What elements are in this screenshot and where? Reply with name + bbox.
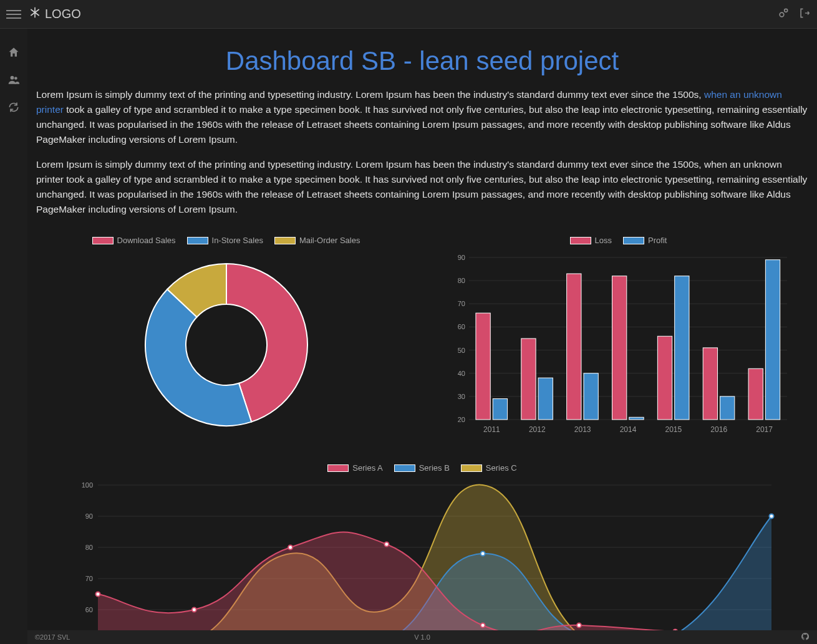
bar[interactable]	[720, 396, 734, 420]
legend-swatch	[187, 237, 208, 244]
x-axis-label: 2015	[665, 425, 682, 434]
svg-point-3	[14, 77, 17, 80]
legend-item[interactable]: Series A	[327, 463, 382, 473]
settings-icon[interactable]	[777, 7, 790, 22]
data-point[interactable]	[770, 514, 774, 519]
legend-label: Download Sales	[117, 236, 176, 245]
legend-swatch	[394, 464, 415, 472]
legend-label: Series A	[352, 463, 382, 473]
legend-item[interactable]: Profit	[623, 236, 667, 245]
y-axis-tick: 80	[457, 277, 465, 284]
bar[interactable]	[475, 313, 490, 420]
intro-text: took a galley of type and scrambled it t…	[36, 104, 807, 145]
topbar: LOGO	[0, 0, 817, 29]
y-axis-tick: 90	[85, 512, 93, 520]
donut-chart-container: Download SalesIn-Store SalesMail-Order S…	[36, 236, 416, 438]
legend-label: Series C	[486, 463, 517, 473]
bar-chart-container: LossProfit 20304050607080902011201220132…	[428, 236, 808, 438]
footer-github-icon[interactable]	[801, 632, 810, 642]
legend-swatch	[274, 237, 296, 244]
logo-text: LOGO	[45, 7, 81, 21]
legend-label: Series B	[419, 463, 450, 473]
y-axis-tick: 20	[457, 416, 465, 423]
data-point[interactable]	[96, 592, 100, 597]
data-point[interactable]	[192, 608, 196, 612]
footer-copyright: ©2017 SVL	[35, 633, 70, 641]
legend-item[interactable]: Loss	[570, 236, 612, 245]
x-axis-label: 2011	[483, 425, 500, 434]
area-chart-container: Series ASeries BSeries C 5060708090100	[36, 463, 808, 641]
legend-label: Profit	[648, 236, 667, 245]
bar[interactable]	[629, 417, 643, 420]
legend-label: Loss	[595, 236, 612, 245]
y-axis-tick: 70	[85, 575, 93, 582]
x-axis-label: 2014	[619, 425, 636, 434]
home-icon	[7, 46, 20, 59]
y-axis-tick: 70	[457, 300, 465, 307]
snowflake-icon	[29, 6, 41, 22]
legend-swatch	[623, 237, 644, 244]
area-legend: Series ASeries BSeries C	[36, 463, 808, 473]
y-axis-tick: 90	[457, 254, 465, 261]
legend-item[interactable]: Download Sales	[92, 236, 176, 245]
x-axis-label: 2017	[756, 425, 773, 434]
bar[interactable]	[703, 348, 717, 420]
y-axis-tick: 100	[82, 481, 93, 489]
data-point[interactable]	[288, 545, 292, 550]
sidebar-item-home[interactable]	[7, 46, 20, 59]
logout-icon[interactable]	[798, 7, 811, 22]
legend-item[interactable]: Series C	[461, 463, 517, 473]
y-axis-tick: 50	[457, 347, 465, 354]
sidebar-item-users[interactable]	[7, 74, 20, 86]
footer: ©2017 SVL V 1.0	[27, 630, 817, 644]
main-content: Dashboard SB - lean seed project Lorem I…	[27, 29, 817, 644]
bar-chart: 2030405060708090201120122013201420152016…	[444, 251, 793, 438]
bar[interactable]	[612, 276, 626, 420]
donut-legend: Download SalesIn-Store SalesMail-Order S…	[36, 236, 416, 245]
intro-paragraph-1: Lorem Ipsum is simply dummy text of the …	[36, 87, 808, 147]
data-point[interactable]	[384, 542, 389, 547]
menu-toggle-button[interactable]	[6, 7, 21, 22]
bar[interactable]	[674, 276, 689, 420]
data-point[interactable]	[577, 623, 581, 628]
logo[interactable]: LOGO	[29, 6, 81, 22]
svg-point-2	[11, 76, 14, 80]
legend-swatch	[327, 464, 349, 472]
bar[interactable]	[538, 378, 553, 420]
intro-text: Lorem Ipsum is simply dummy text of the …	[36, 89, 704, 100]
svg-point-1	[785, 9, 788, 12]
donut-chart	[123, 251, 329, 438]
bar[interactable]	[566, 274, 581, 420]
y-axis-tick: 30	[457, 393, 465, 400]
page-title: Dashboard SB - lean seed project	[36, 46, 808, 76]
data-point[interactable]	[481, 623, 485, 628]
x-axis-label: 2013	[574, 425, 591, 434]
legend-swatch	[461, 464, 482, 472]
legend-label: In-Store Sales	[212, 236, 263, 245]
bar[interactable]	[765, 260, 780, 420]
sidebar-item-refresh[interactable]	[7, 101, 20, 113]
bar-legend: LossProfit	[428, 236, 808, 245]
svg-point-0	[780, 12, 784, 17]
legend-swatch	[92, 237, 114, 244]
data-point[interactable]	[481, 552, 485, 556]
legend-item[interactable]: In-Store Sales	[187, 236, 263, 245]
legend-item[interactable]: Mail-Order Sales	[274, 236, 360, 245]
y-axis-tick: 80	[85, 544, 93, 551]
bar[interactable]	[583, 373, 597, 420]
x-axis-label: 2016	[710, 425, 727, 434]
footer-version: V 1.0	[414, 633, 430, 641]
bar[interactable]	[493, 399, 507, 420]
x-axis-label: 2012	[528, 425, 545, 434]
y-axis-tick: 60	[457, 324, 465, 331]
bar[interactable]	[748, 368, 763, 420]
legend-swatch	[570, 237, 591, 244]
legend-item[interactable]: Series B	[394, 463, 450, 473]
legend-label: Mail-Order Sales	[299, 236, 360, 245]
users-icon	[7, 74, 20, 86]
sidebar	[0, 29, 27, 644]
y-axis-tick: 60	[85, 606, 93, 613]
bar[interactable]	[657, 336, 672, 420]
intro-paragraph-2: Lorem Ipsum is simply dummy text of the …	[36, 157, 808, 217]
bar[interactable]	[521, 339, 535, 420]
